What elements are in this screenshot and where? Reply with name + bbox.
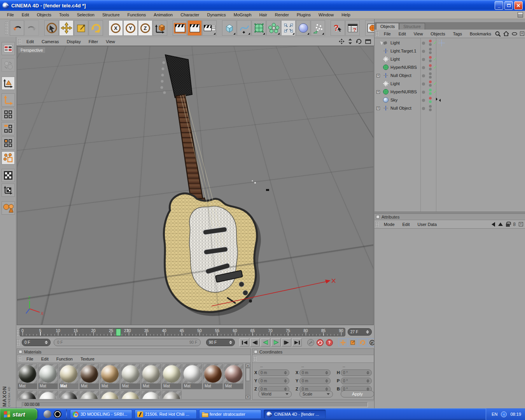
menu-plugins[interactable]: Plugins xyxy=(293,12,315,17)
lock-y-axis-button[interactable]: Y xyxy=(123,20,138,36)
object-row[interactable]: Light ✓ xyxy=(374,39,525,47)
om-menu-tags[interactable]: Tags xyxy=(449,32,466,36)
material-item[interactable] xyxy=(121,390,140,399)
material-item[interactable]: Mat xyxy=(203,364,223,389)
key-position-button[interactable] xyxy=(338,338,348,346)
material-label[interactable]: Mat xyxy=(203,383,222,389)
material-item[interactable]: Mat xyxy=(162,364,182,389)
coordinate-space-dropdown[interactable]: World xyxy=(258,391,292,397)
coordinate-mode-dropdown[interactable]: Scale xyxy=(299,391,333,397)
close-button[interactable]: ✕ xyxy=(514,1,523,10)
new-attribute-panel-icon[interactable]: + xyxy=(519,222,523,226)
menu-mograph[interactable]: MoGraph xyxy=(230,12,256,17)
toolbar-grip[interactable] xyxy=(5,21,8,35)
materials-menu-function[interactable]: Function xyxy=(52,357,77,361)
viewport-menu-cameras[interactable]: Cameras xyxy=(38,39,63,44)
editor-visibility-dot[interactable] xyxy=(429,40,432,42)
menu-functions[interactable]: Functions xyxy=(124,12,150,17)
lock-x-axis-button[interactable]: X xyxy=(108,20,123,36)
make-editable-button[interactable] xyxy=(2,58,15,72)
apply-button[interactable]: Apply xyxy=(341,390,374,397)
viewport-camera-label[interactable]: Perspective xyxy=(18,47,45,53)
move-tool-button[interactable] xyxy=(59,20,74,36)
viewport-menu-view[interactable]: View xyxy=(102,39,119,44)
timeline-ruler[interactable]: 0 5 10 15 20 25 30 35 40 45 50 55 60 65 … xyxy=(19,328,345,336)
home-icon[interactable] xyxy=(503,31,509,36)
task-button-cinema4d[interactable]: CINEMA 4D - [fender ... xyxy=(264,410,326,419)
enabled-check-icon[interactable]: ✓ xyxy=(433,89,437,94)
material-label[interactable]: Mat xyxy=(142,383,161,389)
material-label[interactable]: Mat xyxy=(121,383,140,389)
layer-dot[interactable] xyxy=(422,99,425,102)
scroll-down-icon[interactable]: ▼ xyxy=(246,395,250,399)
render-visibility-dot[interactable] xyxy=(429,68,432,70)
quicklaunch-browser-icon[interactable] xyxy=(44,410,51,418)
coordinates-panel-checkbox[interactable] xyxy=(254,350,257,354)
materials-menu-edit[interactable]: Edit xyxy=(37,357,52,361)
window-layout-icon[interactable] xyxy=(518,12,523,18)
expander-icon[interactable]: + xyxy=(376,107,380,110)
menu-hair[interactable]: Hair xyxy=(256,12,271,17)
add-particles-button[interactable] xyxy=(311,20,325,36)
next-frame-button[interactable] xyxy=(282,338,291,346)
material-item[interactable]: Mat xyxy=(100,364,120,389)
rot-p-field[interactable]: 0 ° xyxy=(341,378,372,384)
guitar-model[interactable]: Z X xyxy=(17,46,374,325)
material-item[interactable]: Mat xyxy=(79,364,99,389)
viewport-menu-filter[interactable]: Filter xyxy=(85,39,102,44)
editor-visibility-dot[interactable] xyxy=(429,80,432,83)
render-active-scene-button[interactable] xyxy=(187,20,202,36)
help-button[interactable]: ? xyxy=(331,20,345,36)
om-menu-file[interactable]: File xyxy=(380,32,395,36)
scale-y-field[interactable]: 0 m xyxy=(299,378,331,384)
material-item[interactable] xyxy=(38,390,58,399)
render-view-button[interactable] xyxy=(173,20,187,36)
add-deformer-button[interactable] xyxy=(281,20,296,36)
task-button-winamp[interactable]: 21506. Red Hot Chili ... xyxy=(135,410,197,419)
attr-menu-edit[interactable]: Edit xyxy=(399,222,414,227)
add-environment-button[interactable] xyxy=(296,20,310,36)
viewport-menu-grip[interactable] xyxy=(18,39,21,44)
material-item[interactable]: Mat xyxy=(182,364,202,389)
scale-tool-button[interactable] xyxy=(74,20,88,36)
viewport-maximize-icon[interactable] xyxy=(365,39,371,44)
material-item[interactable] xyxy=(162,390,182,399)
material-item[interactable]: Mat xyxy=(59,364,79,389)
current-frame-marker[interactable] xyxy=(116,329,121,336)
current-frame-field[interactable]: 27 F xyxy=(348,328,372,336)
add-primitive-button[interactable] xyxy=(222,20,236,36)
expander-icon[interactable]: + xyxy=(376,90,380,94)
editor-visibility-dot[interactable] xyxy=(429,89,432,91)
minimize-button[interactable]: _ xyxy=(495,1,503,10)
undo-button[interactable] xyxy=(10,20,24,36)
play-backwards-button[interactable] xyxy=(261,338,270,346)
history-back-icon[interactable] xyxy=(492,222,495,227)
material-item[interactable] xyxy=(18,390,37,399)
polygons-mode-button[interactable] xyxy=(2,136,15,150)
model-mode-button[interactable] xyxy=(2,77,15,90)
material-item[interactable] xyxy=(79,390,99,399)
add-array-button[interactable] xyxy=(266,20,281,36)
lock-z-axis-button[interactable]: Z xyxy=(138,20,152,36)
coordinate-system-button[interactable] xyxy=(153,20,167,36)
key-scale-button[interactable] xyxy=(348,338,357,346)
language-indicator[interactable]: EN xyxy=(492,412,497,416)
material-label[interactable]: Mat xyxy=(100,383,119,389)
snap-settings-button[interactable] xyxy=(2,201,15,215)
live-selection-button[interactable] xyxy=(44,20,59,36)
menu-objects[interactable]: Objects xyxy=(33,12,55,17)
object-row[interactable]: Light.Target.1 xyxy=(374,47,525,55)
keyframe-selection-button[interactable]: ? xyxy=(326,339,333,346)
material-item[interactable]: Mat xyxy=(141,364,161,389)
om-menu-grip[interactable] xyxy=(375,31,378,37)
render-visibility-dot[interactable] xyxy=(429,43,432,46)
layer-dot[interactable] xyxy=(422,66,425,69)
texture-axis-mode-button[interactable] xyxy=(2,184,15,197)
layer-dot[interactable] xyxy=(422,74,425,77)
scroll-up-icon[interactable]: ▲ xyxy=(246,364,250,368)
add-hypernurbs-button[interactable] xyxy=(252,20,266,36)
editor-visibility-dot[interactable] xyxy=(429,64,432,67)
menu-structure[interactable]: Structure xyxy=(98,12,124,17)
search-icon[interactable] xyxy=(495,31,500,37)
object-row[interactable]: Sky xyxy=(374,96,525,104)
